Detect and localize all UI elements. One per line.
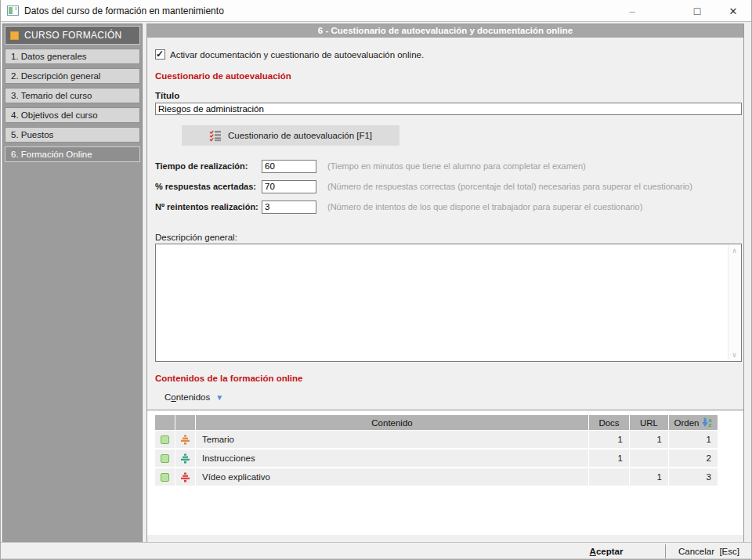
main-panel: 6 - Cuestionario de autoevaluación y doc… bbox=[146, 23, 744, 543]
contents-table: Contenido Docs URL Orden A Z bbox=[147, 410, 743, 535]
content-name: Vídeo explicativo bbox=[196, 468, 589, 486]
maximize-icon[interactable]: □ bbox=[679, 5, 715, 17]
table-row-instrucciones[interactable]: Instrucciones 1 2 bbox=[155, 450, 718, 467]
status-cell bbox=[155, 450, 175, 467]
content-type-icon bbox=[180, 453, 190, 464]
field-row-tiempo: Tiempo de realización: (Tiempo en minuto… bbox=[155, 156, 743, 176]
accept-button[interactable]: Aceptar bbox=[549, 543, 663, 559]
tiempo-hint: (Tiempo en minutos que tiene el alumno p… bbox=[327, 161, 586, 171]
title-input[interactable] bbox=[155, 103, 742, 115]
url-value: 1 bbox=[630, 431, 669, 448]
orden-value: 2 bbox=[669, 450, 718, 467]
cancel-button[interactable]: Cancelar [Esc] bbox=[667, 543, 751, 559]
description-scrollbar[interactable]: ∧ ∨ bbox=[728, 245, 740, 360]
green-square-icon bbox=[161, 435, 169, 444]
scroll-down-icon[interactable]: ∨ bbox=[728, 349, 740, 360]
url-value bbox=[630, 450, 669, 467]
docs-value: 1 bbox=[589, 450, 630, 467]
respuestas-input[interactable] bbox=[262, 180, 316, 193]
svg-text:Z: Z bbox=[709, 422, 712, 428]
app-icon bbox=[7, 5, 19, 16]
quiz-section-heading: Cuestionario de autoevaluación bbox=[155, 71, 743, 81]
chevron-down-icon: ▼ bbox=[215, 393, 223, 402]
quiz-settings: Tiempo de realización: (Tiempo en minuto… bbox=[147, 156, 743, 217]
activate-checkbox-row: ✓ Activar documentación y cuestionario d… bbox=[155, 49, 743, 60]
activate-checkbox-label: Activar documentación y cuestionario de … bbox=[170, 50, 424, 60]
table-row-video-explicativo[interactable]: Vídeo explicativo 1 3 bbox=[155, 468, 718, 486]
field-row-respuestas: % respuestas acertadas: (Número de respu… bbox=[155, 176, 743, 197]
header-contenido[interactable]: Contenido bbox=[196, 415, 589, 431]
minimize-icon[interactable]: – bbox=[609, 5, 656, 17]
reintentos-hint: (Número de intentos de los que dispone e… bbox=[327, 202, 642, 211]
table-body: Temario 1 1 1 Instrucciones 1 bbox=[155, 431, 718, 486]
sidebar: CURSO FORMACIÓN 1. Datos generales 2. De… bbox=[2, 23, 143, 543]
type-cell bbox=[175, 450, 196, 467]
sidebar-item-datos-generales[interactable]: 1. Datos generales bbox=[5, 49, 140, 64]
window-title: Datos del curso de formación en mantenim… bbox=[24, 5, 224, 16]
status-cell bbox=[155, 468, 175, 486]
description-textarea[interactable]: ∧ ∨ bbox=[155, 244, 742, 362]
panel-header: 6 - Cuestionario de autoevaluación y doc… bbox=[147, 24, 743, 38]
contents-dropdown[interactable]: Contenidos ▼ bbox=[164, 390, 743, 404]
contents-dropdown-label: Contenidos bbox=[164, 392, 210, 402]
content-name: Instrucciones bbox=[196, 450, 589, 467]
respuestas-hint: (Número de respuestas correctas (porcent… bbox=[327, 182, 692, 191]
title-bar: Datos del curso de formación en mantenim… bbox=[1, 0, 751, 22]
orange-square-icon bbox=[10, 31, 19, 40]
dialog-window: Datos del curso de formación en mantenim… bbox=[0, 0, 752, 560]
orden-value: 1 bbox=[669, 431, 718, 448]
content-type-icon bbox=[180, 435, 190, 445]
tiempo-input[interactable] bbox=[262, 160, 316, 173]
table-header: Contenido Docs URL Orden A Z bbox=[155, 415, 718, 431]
sort-az-icon: A Z bbox=[702, 417, 712, 428]
type-cell bbox=[175, 468, 196, 486]
green-square-icon bbox=[161, 473, 169, 482]
activate-checkbox[interactable]: ✓ bbox=[155, 49, 165, 60]
type-cell bbox=[175, 431, 196, 448]
tiempo-label: Tiempo de realización: bbox=[155, 161, 262, 171]
footer-bar: Aceptar Cancelar [Esc] bbox=[1, 542, 751, 559]
sidebar-item-objetivos[interactable]: 4. Objetivos del curso bbox=[5, 107, 140, 123]
green-square-icon bbox=[161, 454, 169, 463]
docs-value bbox=[589, 468, 630, 486]
status-cell bbox=[155, 431, 175, 448]
sidebar-header-label: CURSO FORMACIÓN bbox=[24, 30, 122, 41]
header-orden[interactable]: Orden A Z bbox=[669, 415, 718, 431]
header-type-col bbox=[175, 415, 196, 431]
header-status-col bbox=[155, 415, 175, 431]
contents-section-heading: Contenidos de la formación online bbox=[155, 374, 743, 383]
sidebar-item-formacion-online[interactable]: 6. Formación Online bbox=[5, 146, 140, 162]
scroll-up-icon[interactable]: ∧ bbox=[728, 245, 740, 256]
table-row-temario[interactable]: Temario 1 1 1 bbox=[155, 431, 718, 448]
reintentos-input[interactable] bbox=[262, 201, 316, 214]
checkmark-icon: ✓ bbox=[156, 49, 164, 60]
sidebar-item-temario[interactable]: 3. Temario del curso bbox=[5, 88, 140, 103]
content-name: Temario bbox=[196, 431, 589, 448]
orden-value: 3 bbox=[669, 468, 718, 486]
close-icon[interactable]: ✕ bbox=[715, 5, 751, 17]
sidebar-item-descripcion[interactable]: 2. Descripción general bbox=[5, 68, 140, 84]
description-label: Descripción general: bbox=[155, 233, 743, 242]
respuestas-label: % respuestas acertadas: bbox=[155, 182, 262, 191]
open-quiz-button-label: Cuestionario de autoevaluación [F1] bbox=[228, 131, 372, 140]
title-field-label: Título bbox=[155, 91, 743, 100]
checklist-icon bbox=[209, 130, 222, 142]
header-url[interactable]: URL bbox=[630, 415, 669, 431]
docs-value: 1 bbox=[589, 431, 630, 448]
content-type-icon bbox=[180, 472, 190, 482]
open-quiz-button[interactable]: Cuestionario de autoevaluación [F1] bbox=[182, 125, 400, 146]
url-value: 1 bbox=[630, 468, 669, 486]
sidebar-item-puestos[interactable]: 5. Puestos bbox=[5, 127, 140, 143]
footer-divider bbox=[665, 544, 666, 558]
header-docs[interactable]: Docs bbox=[589, 415, 630, 431]
sidebar-header: CURSO FORMACIÓN bbox=[5, 26, 140, 45]
field-row-reintentos: Nº reintentos realización: (Número de in… bbox=[155, 197, 743, 217]
window-controls: – □ ✕ bbox=[609, 0, 751, 22]
reintentos-label: Nº reintentos realización: bbox=[155, 202, 262, 211]
